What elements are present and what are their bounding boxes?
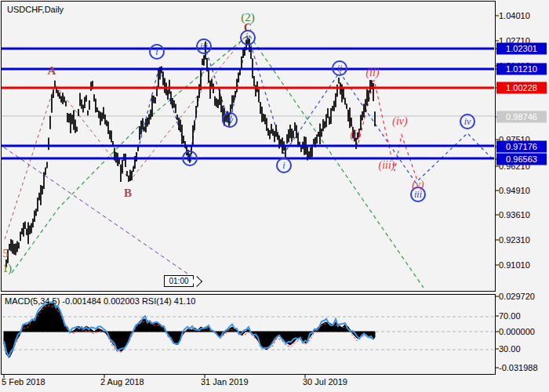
indicator-values-label: MACD(5,34,5) -0.001484 0.002003 RSI(14) …: [5, 296, 195, 306]
price-badge: 0.96563: [496, 154, 547, 165]
wave-label-(v)[interactable]: (v): [412, 179, 424, 191]
indicator-axis-tick: 30.00: [499, 344, 521, 354]
indicator-axis-tick: -0.031988: [499, 363, 538, 372]
wave-label-circled-iii[interactable]: iii: [196, 38, 212, 54]
chart-window: USDCHF,Daily MACD(5,34,5) -0.001484 0.00…: [0, 0, 549, 392]
indicator-axis-tick: 0.000000: [499, 327, 535, 336]
indicator-axis-tick: 70.00: [499, 311, 521, 321]
price-axis-tick: 0.94910: [499, 186, 530, 195]
wave-label-circled-i[interactable]: i: [276, 158, 292, 173]
wave-label-1)[interactable]: 1): [2, 263, 12, 275]
wave-label-circled-i[interactable]: i: [149, 44, 165, 60]
price-axis-tick: 1.04010: [499, 11, 530, 20]
time-marker-flag: 01:00: [164, 275, 194, 287]
price-axis-tick: 0.91010: [499, 260, 530, 270]
price-badge: 1.02301: [496, 43, 547, 55]
wave-label-(iv)[interactable]: (iv): [392, 115, 407, 128]
price-axis-tick: 0.92310: [499, 235, 530, 245]
price-badge: 1.00228: [496, 82, 547, 94]
price-badge: 0.98746: [496, 111, 547, 123]
wave-label-(iii)[interactable]: (iii): [379, 159, 395, 172]
time-axis-label: 5 Feb 2018: [2, 377, 45, 387]
price-badge: 0.97176: [496, 141, 547, 153]
wave-label-A[interactable]: A: [48, 64, 56, 78]
wave-label-circled-ii[interactable]: ii: [182, 151, 198, 166]
wave-label-(2)[interactable]: (2): [241, 11, 255, 24]
symbol-timeframe-label: USDCHF,Daily: [7, 5, 64, 14]
price-badge: 1.01210: [496, 64, 547, 75]
wave-label-5[interactable]: 5: [3, 248, 9, 260]
time-axis-label: 31 Jan 2019: [201, 377, 249, 387]
price-axis-tick: 0.93610: [499, 210, 530, 220]
indicator-panel: [1, 294, 496, 375]
time-axis-label: 2 Aug 2018: [100, 377, 144, 387]
wave-label-(i)[interactable]: (i): [350, 129, 360, 141]
wave-label-(ii)[interactable]: (ii): [365, 67, 379, 79]
wave-label-circled-iv[interactable]: iv: [460, 114, 475, 129]
wave-label-circled-ii[interactable]: ii: [332, 60, 347, 76]
indicator-axis-tick: 0.029720: [499, 292, 535, 301]
wave-label-circled-iv[interactable]: iv: [222, 112, 238, 128]
wave-label-B[interactable]: B: [124, 187, 132, 200]
time-axis-label: 30 Jul 2019: [303, 377, 347, 387]
